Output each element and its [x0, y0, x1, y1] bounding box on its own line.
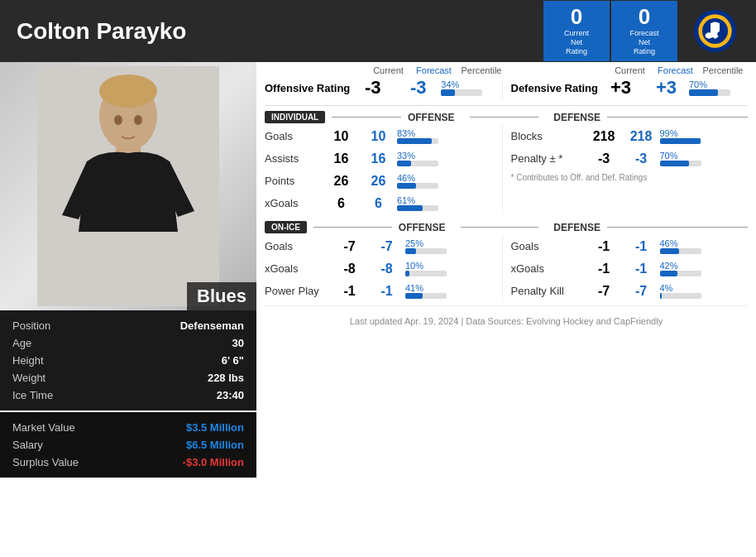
- stat-name: Goals: [511, 240, 586, 252]
- surplus-label: Surplus Value: [12, 456, 79, 468]
- team-logo: [690, 7, 739, 56]
- stat-row: xGoals -8 -8 10%: [265, 257, 502, 280]
- defensive-rating-pct-bg: [689, 89, 730, 96]
- defensive-rating-label: Defensive Rating: [511, 82, 598, 94]
- footer: Last updated Apr. 19, 2024 | Data Source…: [265, 305, 748, 336]
- svg-point-11: [134, 115, 142, 125]
- market-value-value: $3.5 Million: [186, 421, 244, 434]
- stat-name: Assists: [265, 152, 323, 165]
- icetime-row: Ice Time 23:40: [12, 387, 244, 404]
- stat-pct-text: 46%: [397, 173, 447, 183]
- individual-stats-row: Goals 10 10 83% Assists 16 16 33% Po: [265, 125, 748, 214]
- individual-badge: INDIVIDUAL: [265, 111, 325, 123]
- salary-row: Salary $6.5 Million: [12, 436, 244, 454]
- stat-pct-bg: [405, 248, 447, 254]
- def-current-header: Current: [607, 65, 653, 75]
- age-value: 30: [232, 337, 244, 349]
- svg-point-4: [717, 31, 725, 37]
- stat-pct-text: 42%: [660, 261, 710, 271]
- age-label: Age: [12, 337, 31, 349]
- weight-label: Weight: [12, 372, 45, 384]
- main-content: Blues Position Defenseman Age 30 Height …: [0, 62, 756, 478]
- off-current-header: Current: [366, 65, 411, 75]
- stat-pct-block: 46%: [660, 238, 710, 254]
- off-spacer: [265, 65, 366, 75]
- stat-current: -1: [331, 284, 368, 299]
- individual-defense-title: DEFENSE: [553, 112, 600, 123]
- stat-pct-bg: [660, 293, 701, 299]
- svg-point-8: [99, 74, 157, 108]
- forecast-net-rating-value: 0: [626, 6, 663, 27]
- stat-row: Goals 10 10 83%: [265, 125, 502, 147]
- stat-pct-text: 83%: [397, 128, 447, 138]
- icetime-label: Ice Time: [12, 389, 53, 401]
- individual-offense-title: OFFENSE: [408, 112, 455, 123]
- stat-pct-bg: [660, 161, 701, 166]
- stat-row: Power Play -1 -1 41%: [265, 280, 502, 302]
- stat-forecast: 26: [360, 174, 397, 189]
- stat-name: Goals: [265, 130, 323, 142]
- defensive-rating-current: +3: [598, 77, 644, 98]
- stat-pct-fill: [660, 248, 679, 254]
- stat-forecast: -1: [368, 284, 405, 299]
- stat-current: 218: [586, 129, 623, 144]
- surplus-value: -$3.0 Million: [183, 456, 244, 468]
- defensive-rating-pct-fill: [689, 89, 718, 96]
- stat-row: xGoals -1 -1 42%: [511, 257, 749, 280]
- offensive-rating-current: -3: [350, 77, 395, 98]
- stat-pct-block: 33%: [397, 151, 447, 166]
- player-name: Colton Parayko: [17, 18, 543, 45]
- stat-row: Penalty Kill -7 -7 4%: [511, 280, 749, 302]
- offensive-rating-pct-bg: [441, 89, 482, 96]
- stat-forecast: -1: [623, 239, 660, 254]
- position-value: Defenseman: [180, 319, 244, 332]
- stat-pct-fill: [397, 205, 423, 211]
- svg-point-3: [705, 32, 712, 38]
- stat-name: Blocks: [511, 130, 586, 142]
- stat-forecast: -1: [623, 262, 660, 276]
- position-row: Position Defenseman: [12, 317, 244, 334]
- individual-section-header: INDIVIDUAL OFFENSE DEFENSE: [265, 106, 748, 125]
- stat-pct-fill: [405, 271, 409, 276]
- stat-name: Penalty Kill: [511, 285, 586, 297]
- age-row: Age 30: [12, 334, 244, 352]
- salary-value: $6.5 Million: [186, 439, 244, 451]
- stat-row: Goals -1 -1 46%: [511, 235, 749, 257]
- stat-pct-block: 61%: [397, 195, 447, 211]
- individual-offense-stats: Goals 10 10 83% Assists 16 16 33% Po: [265, 125, 502, 214]
- stat-pct-bg: [397, 183, 438, 189]
- stat-current: 26: [323, 174, 360, 189]
- stat-forecast: 10: [360, 129, 397, 144]
- stat-forecast: -3: [623, 151, 660, 166]
- stat-pct-block: 83%: [397, 128, 447, 144]
- offensive-rating-block: Offensive Rating -3 -3 34%: [265, 77, 502, 98]
- ratings-col-headers: Current Forecast Percentile Current Fore…: [265, 62, 748, 77]
- left-panel: Blues Position Defenseman Age 30 Height …: [0, 62, 256, 478]
- off-pct-header: Percentile: [457, 65, 506, 75]
- height-row: Height 6' 6": [12, 352, 244, 369]
- stat-name: Power Play: [265, 285, 331, 297]
- offensive-rating-pct-fill: [441, 89, 455, 96]
- blues-logo-svg: [692, 8, 738, 54]
- stat-name: Goals: [265, 240, 331, 252]
- onice-section-header: ON-ICE OFFENSE DEFENSE: [265, 214, 748, 235]
- stat-pct-fill: [660, 293, 662, 299]
- team-name-overlay: Blues: [187, 282, 256, 310]
- stat-pct-text: 61%: [397, 195, 447, 205]
- stat-pct-block: 10%: [405, 261, 455, 276]
- stat-pct-bg: [397, 205, 438, 211]
- current-net-rating-value: 0: [558, 6, 595, 27]
- stat-pct-block: 4%: [660, 283, 710, 299]
- stat-pct-bg: [660, 138, 701, 144]
- icetime-value: 23:40: [217, 389, 244, 401]
- stat-forecast: -7: [368, 239, 405, 254]
- stat-pct-fill: [660, 271, 677, 276]
- offensive-rating-forecast: -3: [395, 77, 441, 98]
- stat-pct-text: 46%: [660, 238, 710, 248]
- stat-pct-fill: [405, 248, 416, 254]
- def-col-header-group: Current Forecast Percentile: [607, 65, 748, 75]
- stat-pct-bg: [660, 271, 701, 276]
- stat-pct-fill: [660, 161, 689, 166]
- stat-row: Points 26 26 46%: [265, 170, 502, 192]
- stat-pct-fill: [405, 293, 423, 299]
